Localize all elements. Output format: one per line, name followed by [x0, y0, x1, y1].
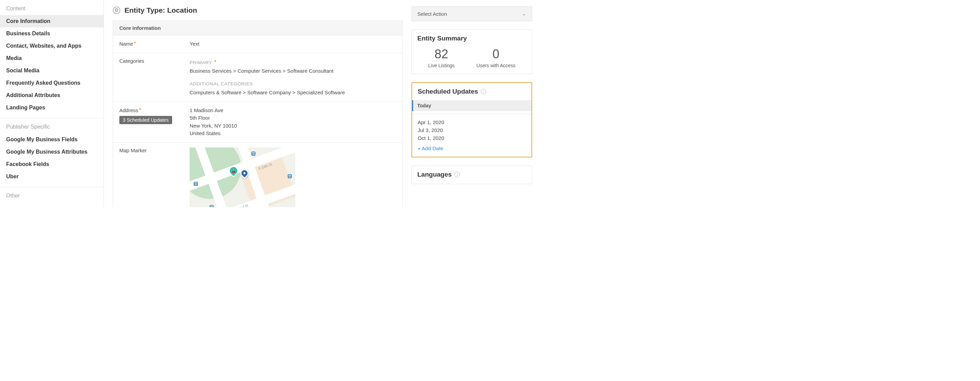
sidebar-item-gmb-attributes[interactable]: Google My Business Attributes — [0, 146, 103, 158]
field-label-map-marker: Map Marker — [119, 147, 189, 153]
select-action-label: Select Action — [417, 11, 447, 17]
users-with-access-stat[interactable]: 0 Users with Access — [477, 47, 516, 68]
scheduled-updates-title: Scheduled Updates i — [418, 88, 526, 95]
address-line: 1 Madison Ave — [189, 107, 396, 115]
scheduled-updates-card: Scheduled Updates i Today Apr 1, 2020 Ju… — [412, 82, 532, 158]
live-listings-count: 82 — [428, 47, 455, 61]
sidebar: Content Core Information Business Detail… — [0, 0, 104, 207]
row-categories[interactable]: Categories PRIMARY ● Business Services >… — [113, 53, 402, 102]
info-icon[interactable]: i — [481, 89, 486, 94]
field-value-address: 1 Madison Ave 5th Floor New York, NY 100… — [189, 107, 396, 137]
sidebar-item-social-media[interactable]: Social Media — [0, 64, 103, 77]
languages-title: Languages i — [417, 171, 527, 179]
live-listings-stat[interactable]: 82 Live Listings — [428, 47, 455, 68]
sidebar-item-facebook-fields[interactable]: Facebook Fields — [0, 158, 103, 171]
field-value-categories: PRIMARY ● Business Services > Computer S… — [189, 58, 396, 97]
sidebar-item-landing-pages[interactable]: Landing Pages — [0, 102, 103, 114]
row-map-marker[interactable]: Map Marker E 24th St E 23rd St 🚌 🚌 🚌 🚌 — [113, 143, 402, 207]
street-label: E 23rd St — [234, 202, 249, 207]
users-count: 0 — [477, 47, 516, 61]
right-column: Select Action ⌄ Entity Summary 82 Live L… — [412, 0, 535, 207]
primary-category-value: Business Services > Computer Services > … — [189, 68, 333, 74]
sidebar-item-contact-websites-apps[interactable]: Contact, Websites, and Apps — [0, 40, 103, 52]
scheduled-date[interactable]: Apr 1, 2020 — [418, 118, 526, 126]
sidebar-item-faq[interactable]: Frequently Asked Questions — [0, 77, 103, 89]
sidebar-item-uber[interactable]: Uber — [0, 171, 103, 183]
entity-summary-card: Entity Summary 82 Live Listings 0 Users … — [412, 29, 532, 74]
additional-category-value: Computers & Software > Software Company … — [189, 89, 345, 95]
sidebar-item-core-information[interactable]: Core Information — [0, 15, 103, 27]
scheduled-updates-badge[interactable]: 3 Scheduled Updates — [119, 116, 172, 124]
location-pin-icon — [113, 6, 120, 14]
transit-icon: 🚌 — [288, 174, 292, 179]
map-preview[interactable]: E 24th St E 23rd St 🚌 🚌 🚌 🚌 — [189, 147, 295, 207]
additional-categories-label: ADDITIONAL CATEGORIES — [189, 81, 253, 88]
sidebar-item-media[interactable]: Media — [0, 52, 103, 64]
field-label-name: Name● — [119, 40, 189, 47]
scheduled-date-list: Apr 1, 2020 Jul 3, 2020 Oct 1, 2020 — [418, 118, 526, 142]
required-dot-icon: ● — [139, 107, 141, 111]
select-action-dropdown[interactable]: Select Action ⌄ — [412, 6, 532, 21]
sidebar-item-additional-attributes[interactable]: Additional Attributes — [0, 89, 103, 102]
transit-icon: 🚌 — [251, 151, 255, 156]
core-information-panel: Core Information Name● Yext Categories P… — [113, 21, 402, 207]
transit-icon: 🚌 — [194, 182, 198, 186]
primary-category-label: PRIMARY ● — [189, 58, 217, 66]
row-name[interactable]: Name● Yext — [113, 35, 402, 53]
address-line: 5th Floor — [189, 114, 396, 122]
required-dot-icon: ● — [134, 40, 136, 44]
info-icon[interactable]: i — [454, 172, 460, 177]
users-label: Users with Access — [477, 63, 516, 68]
entity-type-title: Entity Type: Location — [124, 6, 197, 14]
entity-summary-title: Entity Summary — [417, 35, 527, 42]
sidebar-section-content: Content — [0, 0, 103, 15]
required-dot-icon: ● — [214, 59, 217, 63]
panel-header: Core Information — [113, 21, 402, 35]
row-address[interactable]: Address● 3 Scheduled Updates 1 Madison A… — [113, 102, 402, 143]
live-listings-label: Live Listings — [428, 63, 455, 68]
chevron-down-icon: ⌄ — [522, 11, 527, 17]
languages-card: Languages i — [412, 166, 532, 184]
field-label-address: Address● 3 Scheduled Updates — [119, 107, 189, 124]
add-date-button[interactable]: + Add Date — [418, 145, 526, 151]
entity-header: Entity Type: Location — [113, 6, 402, 14]
sidebar-section-other: Other — [0, 187, 103, 202]
address-line: New York, NY 10010 — [189, 122, 396, 130]
sidebar-item-business-details[interactable]: Business Details — [0, 27, 103, 40]
address-line: United States — [189, 130, 396, 137]
transit-icon: 🚌 — [210, 205, 214, 207]
field-label-categories: Categories — [119, 58, 189, 64]
sidebar-item-gmb-fields[interactable]: Google My Business Fields — [0, 133, 103, 146]
scheduled-date[interactable]: Oct 1, 2020 — [418, 134, 526, 142]
sidebar-section-publisher: Publisher Specific — [0, 118, 103, 133]
today-indicator: Today — [412, 100, 531, 111]
field-value-name: Yext — [189, 40, 396, 48]
main-content: Entity Type: Location Core Information N… — [104, 0, 412, 207]
scheduled-date[interactable]: Jul 3, 2020 — [418, 126, 526, 134]
